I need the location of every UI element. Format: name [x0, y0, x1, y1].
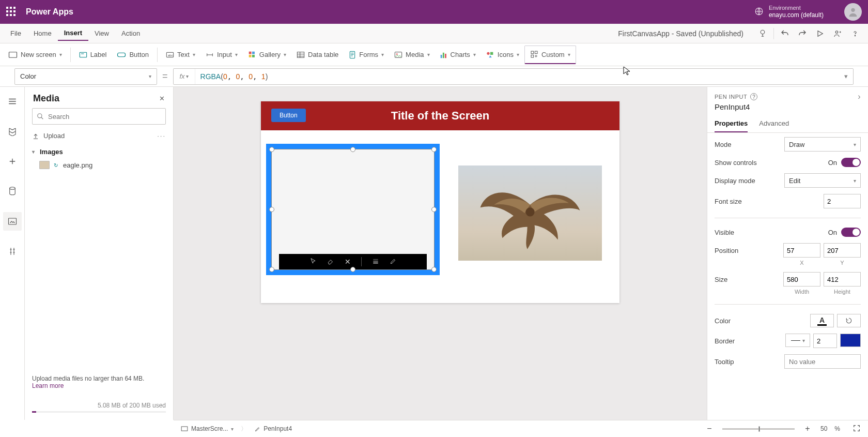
- app-checker-icon[interactable]: [754, 25, 771, 42]
- menu-action[interactable]: Action: [115, 26, 146, 40]
- zoom-out-button[interactable]: −: [704, 424, 715, 433]
- equals-sign: =: [162, 71, 168, 82]
- show-controls-toggle[interactable]: [841, 158, 861, 167]
- media-button[interactable]: Media▾: [389, 46, 435, 64]
- fx-icon[interactable]: fx▾: [174, 69, 195, 84]
- menu-file[interactable]: File: [4, 26, 27, 40]
- hamburger-icon[interactable]: [3, 92, 22, 111]
- breadcrumb-control[interactable]: PenInput4: [254, 425, 292, 432]
- height-input[interactable]: [824, 272, 861, 287]
- position-label: Position: [715, 247, 738, 254]
- search-field[interactable]: [48, 113, 161, 120]
- border-color-swatch[interactable]: [840, 334, 861, 347]
- play-icon[interactable]: [811, 25, 829, 42]
- insert-pane-icon[interactable]: [3, 152, 22, 171]
- button-button[interactable]: Button: [112, 46, 154, 64]
- eagle-image[interactable]: [458, 165, 602, 261]
- share-icon[interactable]: [829, 25, 846, 42]
- upload-button[interactable]: Upload ···: [25, 129, 173, 143]
- svg-rect-15: [350, 51, 355, 58]
- property-selector[interactable]: Color ▾: [14, 68, 157, 85]
- tree-view-icon[interactable]: [3, 122, 22, 141]
- svg-text:abc: abc: [168, 53, 173, 56]
- size-label: Size: [715, 276, 727, 283]
- pen-input-control[interactable]: ✕: [266, 144, 440, 275]
- menu-view[interactable]: View: [88, 26, 115, 40]
- zoom-slider[interactable]: [722, 428, 795, 430]
- gallery-button[interactable]: Gallery▾: [243, 46, 291, 64]
- border-width-input[interactable]: [813, 334, 837, 348]
- tooltip-input[interactable]: [784, 354, 861, 369]
- media-pane-icon[interactable]: [3, 212, 22, 231]
- app-title: Power Apps: [26, 7, 73, 17]
- new-screen-button[interactable]: New screen▾: [3, 46, 67, 64]
- label-button[interactable]: Label: [74, 46, 112, 64]
- tab-properties[interactable]: Properties: [715, 115, 748, 132]
- tab-advanced[interactable]: Advanced: [759, 115, 789, 132]
- display-mode-dropdown[interactable]: Edit▾: [784, 173, 861, 188]
- media-label: Media: [406, 51, 424, 58]
- media-item[interactable]: ↻ eagle.png: [32, 158, 166, 172]
- formula-input[interactable]: RGBA(0, 0, 0, 1): [195, 72, 839, 81]
- breadcrumb-screen[interactable]: MasterScre... ▾: [181, 425, 234, 432]
- custom-button[interactable]: Custom▾: [524, 46, 576, 64]
- mode-dropdown[interactable]: Draw▾: [784, 137, 861, 152]
- app-launcher-icon[interactable]: [6, 7, 17, 17]
- pen-tool-lineweight-icon[interactable]: [372, 258, 379, 266]
- icons-button[interactable]: Icons▾: [481, 46, 524, 64]
- charts-button[interactable]: Charts▾: [435, 46, 481, 64]
- redo-icon[interactable]: [794, 25, 811, 42]
- pen-tool-select-icon[interactable]: [309, 258, 317, 266]
- pen-tool-clear-icon[interactable]: ✕: [345, 258, 351, 266]
- info-icon[interactable]: ?: [750, 93, 757, 100]
- table-icon: [297, 51, 305, 58]
- input-button[interactable]: Input▾: [200, 46, 243, 64]
- text-icon: abc: [166, 51, 174, 58]
- text-button[interactable]: abc Text▾: [161, 46, 200, 64]
- undo-icon[interactable]: [776, 25, 794, 42]
- datatable-label: Data table: [308, 51, 338, 58]
- search-input[interactable]: [32, 108, 166, 125]
- svg-rect-18: [440, 55, 442, 58]
- width-input[interactable]: [783, 272, 820, 287]
- svg-point-17: [396, 53, 398, 55]
- border-style-dropdown[interactable]: ▾: [785, 334, 810, 347]
- more-icon[interactable]: ···: [157, 132, 166, 140]
- button-label: Button: [129, 51, 149, 58]
- upload-hint: Upload media files no larger than 64 MB.: [32, 375, 166, 382]
- environment-selector[interactable]: Environment enayu.com (default): [769, 5, 824, 19]
- learn-more-link[interactable]: Learn more: [32, 382, 64, 389]
- control-name[interactable]: PenInput4: [707, 102, 868, 115]
- mode-label: Mode: [715, 141, 732, 148]
- images-section-header[interactable]: ▾ Images: [32, 146, 166, 158]
- datatable-button[interactable]: Data table: [291, 46, 344, 64]
- user-avatar[interactable]: [844, 3, 862, 21]
- font-size-input[interactable]: [824, 194, 861, 208]
- canvas-screen[interactable]: Button Title of the Screen ✕: [261, 101, 619, 303]
- canvas-sample-button[interactable]: Button: [271, 109, 306, 122]
- position-x-input[interactable]: [783, 243, 820, 258]
- position-y-input[interactable]: [824, 243, 861, 258]
- pen-tool-draw-icon[interactable]: [390, 258, 397, 266]
- svg-point-2: [761, 30, 765, 34]
- data-icon[interactable]: [3, 182, 22, 201]
- close-icon[interactable]: ✕: [159, 95, 165, 102]
- forms-button[interactable]: Forms▾: [344, 46, 389, 64]
- color-reset-button[interactable]: [837, 314, 861, 327]
- visible-toggle[interactable]: [841, 228, 861, 237]
- icons-icon: [486, 51, 494, 58]
- fit-to-screen-icon[interactable]: [853, 424, 861, 434]
- menu-insert[interactable]: Insert: [58, 26, 88, 41]
- svg-rect-20: [445, 53, 446, 57]
- font-color-button[interactable]: A: [810, 314, 834, 327]
- chevron-right-icon[interactable]: ›: [858, 92, 861, 101]
- text-label: Text: [177, 51, 190, 58]
- help-icon[interactable]: [846, 25, 864, 42]
- zoom-in-button[interactable]: +: [802, 424, 813, 433]
- pen-tool-erase-icon[interactable]: [327, 258, 334, 266]
- svg-point-28: [38, 114, 42, 118]
- formula-expand-icon[interactable]: ▾: [839, 72, 853, 80]
- menu-home[interactable]: Home: [27, 26, 58, 40]
- screen-icon: [8, 51, 18, 58]
- advanced-tools-icon[interactable]: [3, 242, 22, 261]
